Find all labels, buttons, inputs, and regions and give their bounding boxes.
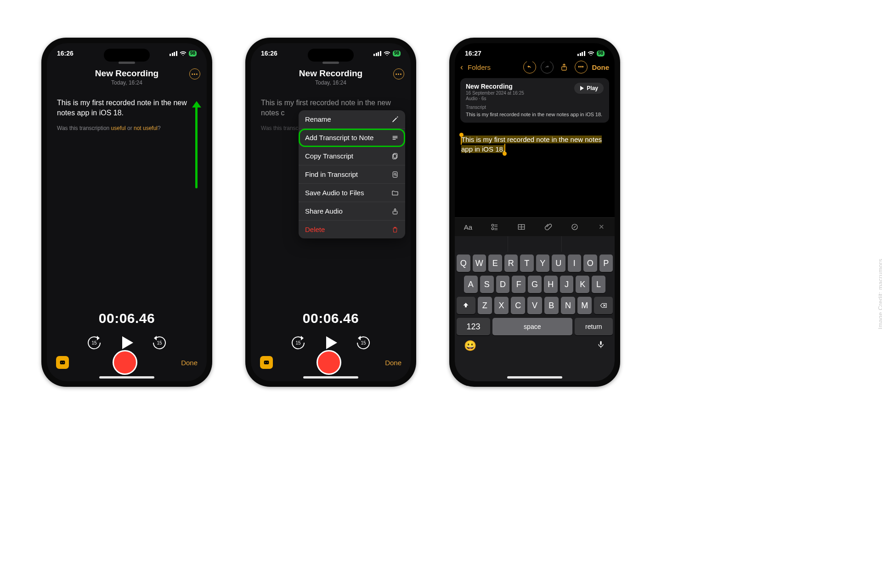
key-r[interactable]: R <box>504 254 518 272</box>
voicememo-app-button[interactable] <box>260 356 273 369</box>
menu-find-transcript[interactable]: Find in Transcript <box>299 165 405 184</box>
svg-point-17 <box>492 228 494 230</box>
done-button[interactable]: Done <box>592 63 610 71</box>
selected-text[interactable]: This is my first recorded note in the ne… <box>461 136 602 153</box>
menu-share-audio[interactable]: Share Audio <box>299 202 405 220</box>
attachment-button[interactable] <box>542 220 554 233</box>
skip-forward-button[interactable]: 15 <box>152 335 167 351</box>
more-options-button[interactable]: ••• <box>189 68 200 79</box>
skip-back-button[interactable]: 15 <box>290 335 306 351</box>
markup-button[interactable] <box>568 220 581 233</box>
play-button[interactable] <box>119 334 135 351</box>
svg-point-13 <box>265 362 266 363</box>
home-indicator[interactable] <box>99 376 154 379</box>
transcript-text: This is my first recorded note in the ne… <box>47 86 207 121</box>
key-n[interactable]: N <box>561 297 575 314</box>
svg-text:15: 15 <box>361 340 366 345</box>
play-button[interactable] <box>322 334 339 351</box>
table-button[interactable] <box>515 220 528 233</box>
context-menu: Rename Add Transcript to Note Copy Trans… <box>299 110 405 238</box>
not-useful-link[interactable]: not useful <box>134 125 158 131</box>
menu-rename[interactable]: Rename <box>299 110 405 129</box>
text-insert-icon <box>391 134 399 141</box>
svg-rect-12 <box>264 361 269 364</box>
sheet-grabber[interactable] <box>322 62 339 64</box>
key-d[interactable]: D <box>496 276 510 293</box>
return-key[interactable]: return <box>575 318 613 335</box>
record-button[interactable] <box>317 350 341 375</box>
note-editor[interactable]: This is my first recorded note in the ne… <box>455 125 615 154</box>
back-button[interactable]: Folders <box>468 63 491 71</box>
recording-title: New Recording <box>54 68 199 79</box>
close-toolbar-button[interactable]: ✕ <box>595 220 608 233</box>
home-indicator[interactable] <box>507 376 562 379</box>
key-w[interactable]: W <box>473 254 486 272</box>
key-l[interactable]: L <box>592 276 605 293</box>
folder-icon <box>391 189 399 197</box>
card-title: New Recording <box>466 83 524 90</box>
key-m[interactable]: M <box>577 297 592 314</box>
numbers-key[interactable]: 123 <box>457 318 490 335</box>
wifi-icon <box>588 50 594 57</box>
key-g[interactable]: G <box>528 276 542 293</box>
voicememo-app-button[interactable] <box>56 356 69 369</box>
more-button[interactable]: ••• <box>575 61 588 74</box>
sheet-grabber[interactable] <box>119 62 135 64</box>
selection-end-handle[interactable] <box>503 152 507 156</box>
key-u[interactable]: U <box>552 254 565 272</box>
key-z[interactable]: Z <box>478 297 492 314</box>
notes-format-toolbar: Aa ✕ <box>455 217 615 236</box>
space-key[interactable]: space <box>492 318 572 335</box>
key-p[interactable]: P <box>599 254 613 272</box>
skip-back-button[interactable]: 15 <box>86 335 102 351</box>
undo-button[interactable] <box>523 61 536 74</box>
home-indicator[interactable] <box>303 376 358 379</box>
card-transcript-body: This is my first recorded note in the ne… <box>466 111 604 118</box>
key-j[interactable]: J <box>560 276 574 293</box>
skip-forward-button[interactable]: 15 <box>356 335 371 351</box>
dictation-key[interactable] <box>596 340 605 352</box>
key-b[interactable]: B <box>544 297 559 314</box>
format-text-button[interactable]: Aa <box>462 220 475 233</box>
trash-icon <box>391 226 399 233</box>
key-q[interactable]: Q <box>457 254 470 272</box>
checklist-button[interactable] <box>488 220 501 233</box>
done-button[interactable]: Done <box>385 359 401 367</box>
svg-point-3 <box>61 362 62 363</box>
useful-link[interactable]: useful <box>111 125 126 131</box>
key-y[interactable]: Y <box>536 254 550 272</box>
keyboard[interactable]: QWERTYUIOP ASDFGHJKL ZXCVBNM 123 space <box>455 252 615 381</box>
key-x[interactable]: X <box>494 297 509 314</box>
key-k[interactable]: K <box>576 276 589 293</box>
key-o[interactable]: O <box>583 254 597 272</box>
key-e[interactable]: E <box>488 254 502 272</box>
key-t[interactable]: T <box>520 254 534 272</box>
key-i[interactable]: I <box>568 254 582 272</box>
key-c[interactable]: C <box>511 297 525 314</box>
menu-delete[interactable]: Delete <box>299 220 405 238</box>
battery-icon: 98 <box>393 51 401 57</box>
share-button[interactable] <box>558 61 570 73</box>
svg-point-14 <box>267 362 268 363</box>
svg-text:15: 15 <box>157 340 162 345</box>
key-s[interactable]: S <box>480 276 494 293</box>
menu-save-audio[interactable]: Save Audio to Files <box>299 184 405 202</box>
emoji-key[interactable]: 😀 <box>464 340 476 352</box>
menu-add-transcript[interactable]: Add Transcript to Note <box>299 129 405 147</box>
menu-copy-transcript[interactable]: Copy Transcript <box>299 147 405 165</box>
more-options-button[interactable]: ••• <box>393 68 404 79</box>
done-button[interactable]: Done <box>181 359 198 367</box>
key-h[interactable]: H <box>544 276 558 293</box>
key-a[interactable]: A <box>464 276 478 293</box>
backspace-key[interactable] <box>594 297 613 314</box>
shift-key[interactable] <box>457 297 475 314</box>
record-button[interactable] <box>113 350 137 375</box>
audio-attachment-card[interactable]: New Recording 16 September 2024 at 16:25… <box>460 78 609 123</box>
back-chevron-icon[interactable]: ‹ <box>460 63 463 71</box>
cellular-icon <box>577 51 585 56</box>
dynamic-island <box>104 49 150 62</box>
key-f[interactable]: F <box>512 276 526 293</box>
play-audio-button[interactable]: Play <box>574 83 604 94</box>
status-time: 16:26 <box>57 50 74 57</box>
key-v[interactable]: V <box>527 297 542 314</box>
